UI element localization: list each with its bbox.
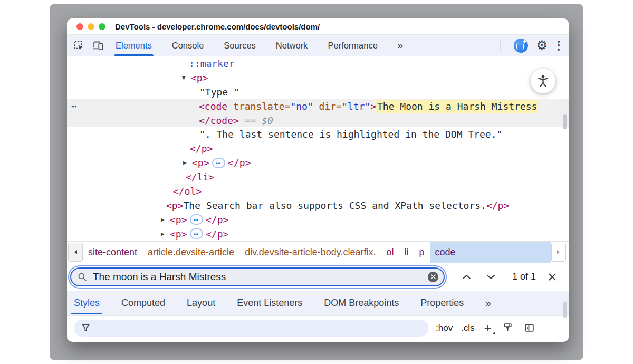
styles-tab-layout[interactable]: Layout [187,291,215,315]
disclosure-arrow-icon[interactable]: ▶ [161,231,170,237]
disclosure-arrow-icon[interactable]: ▶ [161,216,170,223]
styles-tab-dom-breakpoints[interactable]: DOM Breakpoints [324,291,399,315]
ai-sparkle-glyph [523,39,526,43]
toggle-sidebar-panel-icon[interactable] [524,322,535,333]
dom-tree-row[interactable]: </li> [67,170,569,184]
styles-pane-scrollbar[interactable] [563,302,567,318]
brush-icon[interactable] [502,322,513,333]
styles-filter-bar: :hov .cls + [67,316,569,340]
new-style-rule-button[interactable]: + [484,323,492,333]
code-token: dir= [313,101,342,112]
collapsed-content-pill[interactable]: ⋯ [212,158,225,168]
device-toolbar-icon[interactable] [91,39,104,52]
breadcrumb-item-li[interactable]: li [399,242,414,263]
breadcrumb-item-code[interactable]: code [430,242,551,263]
close-search-icon[interactable] [544,269,560,285]
gear-icon[interactable]: ⚙ [536,39,548,52]
dom-tree-row[interactable]: </ol> [67,184,569,198]
zoom-window-button[interactable] [99,23,106,30]
breadcrumb-item-ol[interactable]: ol [381,242,399,263]
dom-tree-panel: ::marker▼<p>"Type "⋯<code translate="no"… [67,56,569,241]
tab-console[interactable]: Console [172,35,204,56]
kebab-menu-icon[interactable] [555,40,562,52]
tab-sources[interactable]: Sources [224,35,256,56]
code-token: <code [199,101,227,112]
traffic-lights [76,23,106,30]
styles-tab-properties[interactable]: Properties [420,291,464,315]
code-token: The Search bar also supports CSS and XPa… [184,200,486,211]
code-token: </p> [206,214,228,225]
code-token: ". The last sentence is highlighted in t… [199,129,502,140]
breadcrumb-item-div-devsite-article-body-clearfix[interactable]: div.devsite-article-body.clearfix. [239,242,381,263]
next-result-button[interactable] [482,269,500,285]
search-input[interactable] [92,271,428,283]
dom-tree-row[interactable]: ⋯<code translate="no" dir="ltr">The Moon… [67,99,569,113]
dom-tree-row[interactable]: ▶<p>⋯</p> [67,227,569,241]
search-bar[interactable] [70,267,445,286]
toolbar-divider [110,40,110,51]
dom-tree-row[interactable]: ▼<p> [67,71,569,85]
code-token: $0 [262,115,273,126]
screenshot-stage: DevTools - developer.chrome.com/docs/dev… [0,0,633,364]
disclosure-arrow-icon[interactable]: ▶ [183,159,192,166]
element-classes-button[interactable]: .cls [461,323,475,333]
breadcrumb-item-p[interactable]: p [414,242,430,263]
inspect-element-icon[interactable] [72,39,85,52]
code-token: </ol> [173,186,202,197]
devtools-window: DevTools - developer.chrome.com/docs/dev… [67,18,569,342]
breadcrumb-scroll-right-button[interactable] [551,243,566,262]
styles-tab-computed[interactable]: Computed [121,291,165,315]
styles-tab-event-listeners[interactable]: Event Listeners [237,291,302,315]
ai-screen-glyph [516,43,524,50]
dom-tree-row[interactable]: ▶<p>⋯</p> [67,213,569,227]
code-token: "no" [290,101,313,112]
close-window-button[interactable] [76,23,83,30]
clear-search-icon[interactable] [428,272,438,282]
dom-tree-row[interactable]: </code> == $0 [67,113,569,128]
dom-tree-row[interactable]: <p>The Search bar also supports CSS and … [67,198,569,213]
search-highlight-text: The Moon is a Harsh Mistress [376,100,538,113]
toolbar-divider [500,40,501,51]
collapsed-content-pill[interactable]: ⋯ [190,214,203,225]
dom-tree-row[interactable]: ::marker [67,56,569,71]
styles-tab-styles[interactable]: Styles [74,291,100,315]
code-token: == [239,115,262,126]
dom-tree-row[interactable]: </p> [67,141,569,156]
more-styles-tabs-chevron-icon[interactable]: » [485,298,492,309]
code-token: <p> [170,228,187,240]
previous-result-button[interactable] [457,269,475,285]
filter-funnel-icon [81,323,90,332]
tab-performance[interactable]: Performance [328,35,377,56]
styles-filter-input[interactable] [74,320,428,337]
dom-tree-row[interactable]: ▶<p>⋯</p> [67,156,569,170]
tab-network[interactable]: Network [276,35,308,56]
code-token: translate= [227,101,290,112]
code-token: <p> [170,214,187,225]
collapsed-content-pill[interactable]: ⋯ [190,228,203,239]
code-token: </p> [206,228,228,240]
breadcrumb-item-article-devsite-article[interactable]: article.devsite-article [142,242,239,263]
dom-tree-row[interactable]: "Type " [67,85,569,99]
search-row: 1 of 1 [67,263,569,291]
dom-tree-rows: ::marker▼<p>"Type "⋯<code translate="no"… [67,56,569,241]
breadcrumb-bar: site-contentarticle.devsite-articlediv.d… [67,241,569,263]
tab-elements[interactable]: Elements [116,35,152,56]
dom-tree-scrollbar[interactable] [563,114,567,129]
search-icon [78,272,87,282]
row-overflow-dots[interactable]: ⋯ [71,101,77,111]
more-panels-chevron-icon[interactable]: » [398,40,404,51]
breadcrumb: site-contentarticle.devsite-articlediv.d… [83,242,551,263]
breadcrumb-scroll-left-button[interactable] [68,243,83,262]
code-token: ::marker [189,58,235,69]
code-token: <p> [192,157,209,168]
code-token: </p> [228,157,251,168]
window-title: DevTools - developer.chrome.com/docs/dev… [115,22,320,31]
breadcrumb-item-site-content[interactable]: site-content [83,242,142,263]
disclosure-arrow-icon[interactable]: ▼ [182,74,191,81]
toggle-element-state-button[interactable]: :hov [436,323,453,333]
code-token: </code> [199,115,239,126]
accessibility-overlay-button[interactable] [531,69,555,93]
minimize-window-button[interactable] [88,23,94,30]
ai-assistant-icon[interactable] [514,39,528,53]
dom-tree-row[interactable]: ". The last sentence is highlighted in t… [67,127,569,141]
